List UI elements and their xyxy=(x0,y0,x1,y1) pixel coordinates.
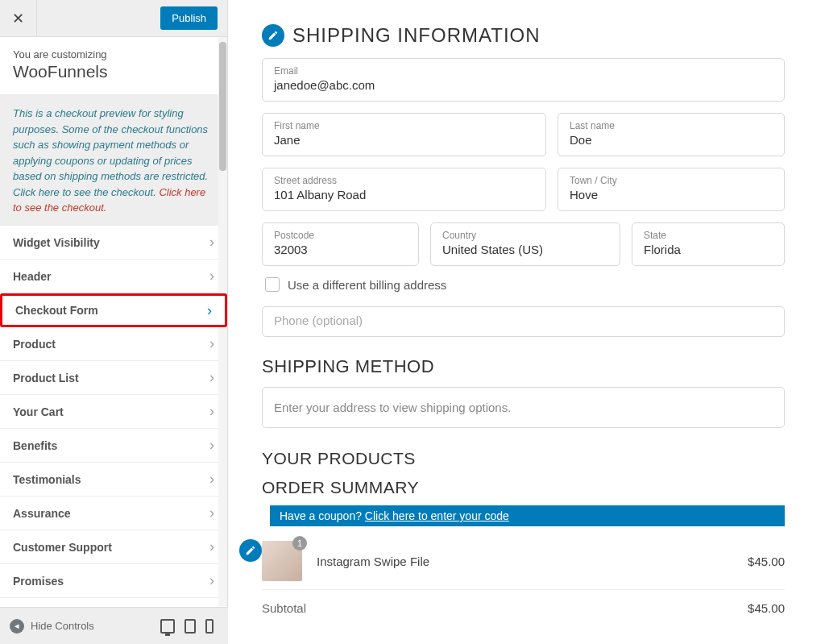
panel-customer-support[interactable]: Customer Support› xyxy=(0,530,227,564)
coupon-link[interactable]: Click here to enter your code xyxy=(365,509,509,522)
city-field[interactable]: Town / City Hove xyxy=(558,168,785,211)
shipping-method-title: SHIPPING METHOD xyxy=(262,356,785,377)
pencil-icon xyxy=(267,30,279,41)
lastname-value: Doe xyxy=(570,133,592,147)
close-button[interactable]: ✕ xyxy=(0,0,37,37)
collapse-icon: ◂ xyxy=(10,619,24,634)
site-title: WooFunnels xyxy=(13,62,214,81)
panel-widget-visibility[interactable]: Widget Visibility› xyxy=(0,226,227,260)
mobile-preview-icon[interactable] xyxy=(205,619,214,634)
device-preview-toggles xyxy=(160,619,228,634)
phone-placeholder: Phone (optional) xyxy=(274,314,363,327)
chevron-right-icon: › xyxy=(209,403,214,420)
panel-label: Promises xyxy=(13,575,64,588)
coupon-prompt: Have a coupon? xyxy=(280,509,365,522)
panel-benefits[interactable]: Benefits› xyxy=(0,429,227,463)
chevron-right-icon: › xyxy=(209,471,214,488)
panel-your-cart[interactable]: Your Cart› xyxy=(0,395,227,429)
hide-controls-label: Hide Controls xyxy=(31,620,94,632)
panel-testimonials[interactable]: Testimonials› xyxy=(0,463,227,497)
street-field[interactable]: Street address 101 Albany Road xyxy=(262,168,546,211)
panel-label: Header xyxy=(13,270,51,283)
shipping-method-message: Enter your address to view shipping opti… xyxy=(262,387,785,428)
panel-promises[interactable]: Promises› xyxy=(0,564,227,598)
product-price: $45.00 xyxy=(748,555,785,568)
diff-billing-checkbox[interactable] xyxy=(265,277,280,292)
city-label: Town / City xyxy=(570,175,773,186)
chevron-right-icon: › xyxy=(207,302,212,319)
panel-label: Product List xyxy=(13,372,79,384)
state-field[interactable]: State Florida xyxy=(632,222,785,266)
panel-list: Widget Visibility› Header› Checkout Form… xyxy=(0,226,227,607)
customizer-sidebar: ✕ Publish You are customizing WooFunnels… xyxy=(0,0,228,644)
lastname-label: Last name xyxy=(570,120,773,131)
coupon-banner[interactable]: Have a coupon? Click here to enter your … xyxy=(270,505,785,526)
your-products-title: YOUR PRODUCTS xyxy=(262,449,785,468)
shipping-info-title: SHIPPING INFORMATION xyxy=(292,24,541,47)
chevron-right-icon: › xyxy=(209,538,214,555)
notice-text: This is a checkout preview for styling p… xyxy=(13,107,208,198)
subtotal-label: Subtotal xyxy=(262,601,306,615)
desktop-preview-icon[interactable] xyxy=(160,619,175,634)
subtotal-row: Subtotal $45.00 xyxy=(262,590,785,615)
sidebar-top-bar: ✕ Publish xyxy=(0,0,227,37)
panel-label: Customer Support xyxy=(13,541,112,554)
bottom-bar: ◂ Hide Controls xyxy=(0,607,228,644)
phone-field[interactable]: Phone (optional) xyxy=(262,306,785,337)
chevron-right-icon: › xyxy=(209,572,214,589)
firstname-value: Jane xyxy=(274,133,301,147)
product-name: Instagram Swipe File xyxy=(317,555,748,568)
country-label: Country xyxy=(442,230,608,241)
email-field[interactable]: Email janedoe@abc.com xyxy=(262,58,785,102)
publish-button[interactable]: Publish xyxy=(160,6,218,30)
shipping-info-heading-row: SHIPPING INFORMATION xyxy=(262,24,785,47)
street-label: Street address xyxy=(274,175,534,186)
diff-billing-label: Use a different billing address xyxy=(288,278,446,292)
panel-label: Your Cart xyxy=(13,405,64,418)
email-value: janedoe@abc.com xyxy=(274,78,375,92)
postcode-field[interactable]: Postcode 32003 xyxy=(262,222,419,266)
chevron-right-icon: › xyxy=(209,369,214,386)
product-qty-badge: 1 xyxy=(292,536,307,551)
edit-product-button[interactable] xyxy=(239,539,262,562)
sidebar-scroll-thumb[interactable] xyxy=(219,42,226,171)
chevron-right-icon: › xyxy=(209,437,214,454)
panel-label: Benefits xyxy=(13,439,57,452)
customizing-label: You are customizing xyxy=(13,48,214,60)
city-value: Hove xyxy=(570,188,598,202)
panel-label: Testimonials xyxy=(13,473,81,486)
state-label: State xyxy=(644,230,773,241)
preview-notice: This is a checkout preview for styling p… xyxy=(0,94,227,228)
pencil-icon xyxy=(245,545,256,556)
firstname-field[interactable]: First name Jane xyxy=(262,113,546,156)
panel-label: Assurance xyxy=(13,507,71,520)
edit-shipping-button[interactable] xyxy=(262,24,284,47)
hide-controls-button[interactable]: ◂ Hide Controls xyxy=(10,619,94,634)
panel-label: Widget Visibility xyxy=(13,236,100,249)
postcode-value: 32003 xyxy=(274,243,308,256)
panel-product-list[interactable]: Product List› xyxy=(0,361,227,395)
chevron-right-icon: › xyxy=(209,335,214,352)
tablet-preview-icon[interactable] xyxy=(184,619,196,634)
state-value: Florida xyxy=(644,243,681,256)
postcode-label: Postcode xyxy=(274,230,407,241)
panel-product[interactable]: Product› xyxy=(0,327,227,361)
lastname-field[interactable]: Last name Doe xyxy=(558,113,785,156)
email-label: Email xyxy=(274,65,773,77)
sidebar-header: You are customizing WooFunnels xyxy=(0,37,227,94)
firstname-label: First name xyxy=(274,120,534,131)
close-icon: ✕ xyxy=(12,10,24,27)
product-thumbnail: 1 xyxy=(262,541,302,581)
panel-assurance[interactable]: Assurance› xyxy=(0,497,227,530)
street-value: 101 Albany Road xyxy=(274,188,366,202)
panel-header[interactable]: Header› xyxy=(0,260,227,293)
country-value: United States (US) xyxy=(442,243,543,256)
chevron-right-icon: › xyxy=(209,234,214,251)
panel-label: Checkout Form xyxy=(15,304,98,317)
country-field[interactable]: Country United States (US) xyxy=(430,222,620,266)
subtotal-value: $45.00 xyxy=(748,601,785,615)
panel-checkout-form[interactable]: Checkout Form› xyxy=(0,293,227,327)
diff-billing-row: Use a different billing address xyxy=(265,277,785,292)
preview-pane: SHIPPING INFORMATION Email janedoe@abc.c… xyxy=(238,0,825,644)
panel-label: Product xyxy=(13,338,56,351)
